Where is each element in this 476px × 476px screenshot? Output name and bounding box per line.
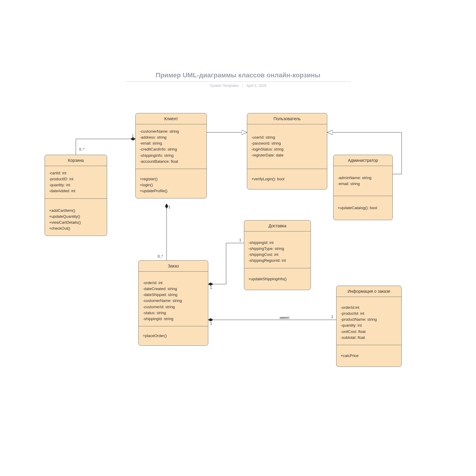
op: +updateShippingInfo() bbox=[248, 276, 306, 282]
attr: -shippingType: string bbox=[248, 246, 306, 252]
class-cart-attrs: -cartId: int -productID: int -quantity: … bbox=[45, 166, 107, 199]
class-order-attrs: -orderId: int -dateCreated: string -date… bbox=[139, 272, 208, 326]
class-client-attrs: -customerName: string -address: string -… bbox=[136, 124, 206, 169]
subtitle-separator: | bbox=[242, 84, 243, 88]
attr: -registerDate: date bbox=[251, 152, 323, 158]
attr: -status: string bbox=[143, 310, 204, 316]
class-user-name: Пользователь bbox=[247, 113, 327, 124]
class-admin-attrs: -adminName: string -email: string bbox=[333, 166, 392, 196]
attr: -quantity: int bbox=[341, 322, 397, 328]
attr: -shippingId: string bbox=[143, 316, 204, 322]
attr: -productId: int bbox=[341, 311, 397, 317]
op: +register() bbox=[140, 176, 202, 182]
attr: -subtotal: float bbox=[341, 335, 397, 341]
attr: -productName: string bbox=[341, 317, 397, 322]
class-shipping: Доставка -shippingId: int -shippingType:… bbox=[244, 220, 311, 290]
class-shipping-name: Доставка bbox=[244, 220, 311, 231]
class-order-info: Информация о заказе -orderId:int -produc… bbox=[336, 286, 402, 367]
attr: -dateCreated: string bbox=[143, 286, 204, 292]
class-order: Заказ -orderId: int -dateCreated: string… bbox=[138, 260, 208, 346]
class-shipping-attrs: -shippingId: int -shippingType: string -… bbox=[244, 231, 311, 268]
multiplicity-label: 1 bbox=[331, 315, 333, 319]
class-order-info-attrs: -orderId:int -productId: int -productNam… bbox=[336, 297, 401, 345]
class-admin-name: Администратор bbox=[333, 155, 392, 166]
class-admin: Администратор -adminName: string -email:… bbox=[333, 155, 393, 220]
op: +viewCartDetails() bbox=[49, 220, 103, 226]
class-order-info-name: Информация о заказе bbox=[336, 286, 401, 297]
attr: -email: string bbox=[338, 181, 388, 187]
multiplicity-label: 1 bbox=[168, 205, 170, 209]
op: +calcPrice bbox=[341, 353, 397, 359]
attr: -adminName: string bbox=[338, 175, 388, 181]
subtitle-templates: System Templates bbox=[210, 84, 239, 88]
op: +updateProfile() bbox=[140, 188, 202, 194]
op: +addCartItem() bbox=[49, 208, 103, 214]
op: +checkOut() bbox=[49, 226, 103, 231]
class-user: Пользователь -userId: string -password: … bbox=[247, 113, 327, 190]
multiplicity-label: 1 bbox=[132, 134, 134, 138]
connector-layer bbox=[0, 88, 476, 445]
attr: -customerName: string bbox=[143, 298, 204, 304]
attr: -quantity: int bbox=[49, 182, 103, 188]
attr: -orderId: int bbox=[143, 280, 204, 286]
class-order-info-ops: +calcPrice bbox=[336, 345, 401, 367]
attr: -accountBalance: float bbox=[140, 159, 202, 165]
class-shipping-ops: +updateShippingInfo() bbox=[244, 268, 311, 290]
class-client: Клиент -customerName: string -address: s… bbox=[135, 113, 207, 198]
multiplicity-label: 1 bbox=[239, 238, 241, 242]
class-user-attrs: -userId: string -password: string -login… bbox=[247, 124, 327, 169]
attr: -shippingCost: int bbox=[248, 252, 306, 258]
op: +updateCatalog(): bool bbox=[338, 205, 388, 211]
class-admin-ops: +updateCatalog(): bool bbox=[333, 196, 392, 220]
class-order-ops: +placeOrder() bbox=[139, 326, 208, 345]
attr: -email: string bbox=[140, 140, 202, 146]
class-order-name: Заказ bbox=[139, 261, 208, 272]
class-cart: Корзина -cartId: int -productID: int -qu… bbox=[45, 155, 107, 236]
diagram-subtitle: System Templates | April 3, 2025 bbox=[125, 84, 351, 88]
diagram-title: Пример UML-диаграммы классов онлайн-корз… bbox=[125, 71, 351, 82]
attr: -creditCardInfo: string bbox=[140, 146, 202, 152]
attr: -shippingRegionId: int bbox=[248, 258, 306, 264]
attr: -unitCost: float bbox=[341, 329, 397, 335]
op: +placeOrder() bbox=[143, 333, 204, 339]
attr: -orderId:int bbox=[341, 305, 397, 311]
class-cart-name: Корзина bbox=[45, 155, 107, 166]
attr: -loginStatus: string bbox=[251, 146, 323, 152]
multiplicity-label: 0..* bbox=[79, 147, 84, 151]
attr: -dateShipped: string bbox=[143, 292, 204, 298]
class-user-ops: +verifyLogin(): bool bbox=[247, 169, 327, 189]
attr: -cartId: int bbox=[49, 170, 103, 176]
attr: -userId: string bbox=[251, 134, 323, 140]
diagram-canvas: Корзина -cartId: int -productID: int -qu… bbox=[0, 88, 476, 445]
op: +verifyLogin(): bool bbox=[251, 176, 323, 182]
class-cart-ops: +addCartItem() +updateQuantity() +viewCa… bbox=[45, 199, 107, 236]
attr: -dateAdded: int bbox=[49, 188, 103, 194]
relation-label-has: имеет bbox=[280, 316, 289, 320]
op: +login() bbox=[140, 182, 202, 188]
multiplicity-label: 1 bbox=[210, 286, 212, 290]
attr: -address: string bbox=[140, 134, 202, 140]
class-client-name: Клиент bbox=[136, 113, 206, 124]
attr: -password: string bbox=[251, 140, 323, 146]
multiplicity-label: 1 bbox=[210, 322, 212, 326]
attr: -shippingId: int bbox=[248, 240, 306, 246]
diagram-header: Пример UML-диаграммы классов онлайн-корз… bbox=[125, 71, 351, 88]
class-client-ops: +register() +login() +updateProfile() bbox=[136, 169, 206, 198]
attr: -customerName: string bbox=[140, 129, 202, 134]
op: +updateQuantity() bbox=[49, 214, 103, 220]
attr: -productID: int bbox=[49, 176, 103, 182]
subtitle-date: April 3, 2025 bbox=[246, 84, 266, 88]
attr: -customerId: string bbox=[143, 304, 204, 310]
attr: -shippingInfo: string bbox=[140, 153, 202, 159]
multiplicity-label: 0..* bbox=[158, 254, 163, 259]
